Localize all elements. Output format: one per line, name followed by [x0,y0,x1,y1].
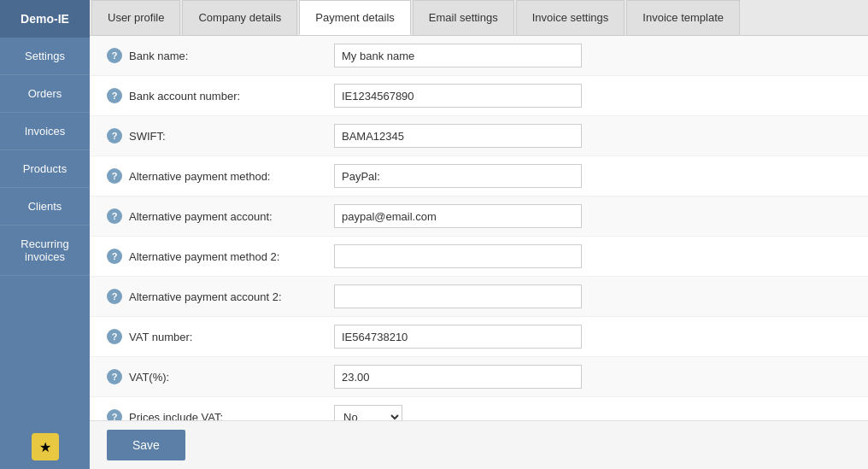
sidebar-item-invoices[interactable]: Invoices [0,113,90,150]
help-icon-alt-payment-method[interactable]: ? [107,168,122,184]
field-row-alt-payment-method2: ? Alternative payment method 2: [90,237,868,277]
field-row-prices-include-vat: ? Prices include VAT: No Yes [90,397,868,420]
sidebar-item-clients[interactable]: Clients [0,188,90,226]
label-alt-payment-account: Alternative payment account: [129,210,334,223]
tab-company-details[interactable]: Company details [182,0,297,35]
form-area: ? Bank name: ? Bank account number: ? SW… [90,36,868,420]
field-row-swift: ? SWIFT: [90,116,868,156]
field-row-vat-percent: ? VAT(%): [90,357,868,397]
input-vat-percent[interactable] [334,365,582,389]
input-swift[interactable] [334,124,582,148]
help-icon-vat-percent[interactable]: ? [107,369,122,384]
field-row-bank-name: ? Bank name: [90,36,868,76]
label-alt-payment-account2: Alternative payment account 2: [129,290,334,303]
label-prices-include-vat: Prices include VAT: [129,411,334,421]
label-vat-number: VAT number: [129,331,334,343]
label-alt-payment-method: Alternative payment method: [129,170,334,183]
sidebar-item-products[interactable]: Products [0,150,90,188]
save-area: Save [90,420,868,469]
sidebar-bottom: ★ [0,425,90,469]
help-icon-vat-number[interactable]: ? [107,329,122,344]
field-row-vat-number: ? VAT number: [90,317,868,357]
input-bank-name[interactable] [334,44,582,67]
field-row-alt-payment-method: ? Alternative payment method: [90,156,868,196]
help-icon-alt-payment-account[interactable]: ? [107,208,122,224]
field-row-alt-payment-account2: ? Alternative payment account 2: [90,277,868,317]
tab-email-settings[interactable]: Email settings [413,0,514,35]
field-row-alt-payment-account: ? Alternative payment account: [90,196,868,237]
help-icon-prices-include-vat[interactable]: ? [107,409,122,420]
input-bank-account[interactable] [334,84,582,108]
star-icon: ★ [39,439,51,455]
sidebar-header: Demo-IE [0,0,90,38]
input-alt-payment-account[interactable] [334,204,582,228]
sidebar-icon-button[interactable]: ★ [32,433,59,460]
label-bank-name: Bank name: [129,50,334,62]
label-alt-payment-method2: Alternative payment method 2: [129,250,334,263]
help-icon-alt-payment-account2[interactable]: ? [107,289,122,304]
tab-user-profile[interactable]: User profile [91,0,180,35]
tab-payment-details[interactable]: Payment details [299,0,411,35]
select-prices-include-vat[interactable]: No Yes [334,405,402,420]
label-swift: SWIFT: [129,130,334,143]
sidebar: Demo-IE Settings Orders Invoices Product… [0,0,90,469]
help-icon-bank-account[interactable]: ? [107,88,122,103]
tabs-bar: User profile Company details Payment det… [90,0,868,36]
help-icon-bank-name[interactable]: ? [107,48,122,63]
input-vat-number[interactable] [334,325,582,349]
help-icon-alt-payment-method2[interactable]: ? [107,249,122,264]
tab-invoice-settings[interactable]: Invoice settings [516,0,625,35]
save-button[interactable]: Save [107,430,185,460]
input-alt-payment-account2[interactable] [334,284,582,308]
input-alt-payment-method[interactable] [334,164,582,188]
sidebar-item-recurring-invoices[interactable]: Recurring invoices [0,226,90,276]
main-content: User profile Company details Payment det… [90,0,868,469]
field-row-bank-account: ? Bank account number: [90,76,868,116]
label-vat-percent: VAT(%): [129,371,334,384]
label-bank-account: Bank account number: [129,90,334,103]
sidebar-item-orders[interactable]: Orders [0,75,90,113]
input-alt-payment-method2[interactable] [334,244,582,268]
tab-invoice-template[interactable]: Invoice template [626,0,740,35]
help-icon-swift[interactable]: ? [107,128,122,144]
sidebar-item-settings[interactable]: Settings [0,38,90,75]
